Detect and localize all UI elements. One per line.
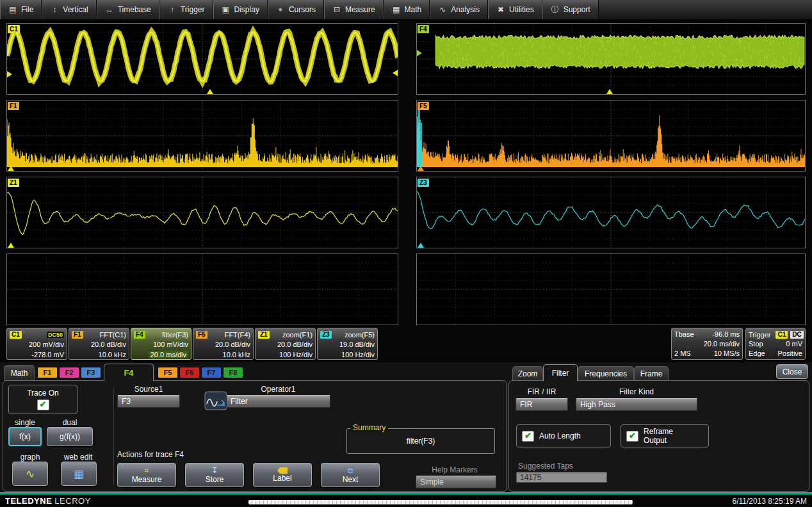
- descriptor-z1[interactable]: Z1zoom(F1) 20.0 dB/div 100 Hz/div: [255, 328, 316, 360]
- menu-vertical[interactable]: ↕Vertical: [42, 0, 96, 19]
- filter-operator-icon[interactable]: [204, 391, 227, 410]
- tab-f8[interactable]: F8: [223, 367, 243, 378]
- math-icon: ▦: [392, 5, 401, 14]
- source1-dropdown[interactable]: F3: [117, 395, 180, 408]
- graph-button[interactable]: ∿: [12, 462, 48, 486]
- menu-display[interactable]: ▣Display: [213, 0, 268, 19]
- tab-zoom[interactable]: Zoom: [512, 366, 543, 381]
- descriptor-offset: 20.0 ms/div: [134, 350, 188, 360]
- trigger-marker[interactable]: [207, 89, 213, 94]
- tab-frequencies[interactable]: Frequencies: [578, 366, 634, 381]
- store-action-icon: ↧: [211, 466, 218, 475]
- trigger-marker[interactable]: [8, 166, 14, 171]
- next-action-button[interactable]: ⧉Next: [321, 463, 380, 487]
- grid-panel-empty-right[interactable]: [416, 254, 806, 325]
- close-button[interactable]: Close: [776, 364, 808, 379]
- descriptor-title: FFT(F4): [210, 331, 250, 339]
- channel-chip-z1[interactable]: Z1: [8, 179, 19, 187]
- operator1-dropdown[interactable]: Filter: [226, 395, 330, 408]
- channel-chip-f1[interactable]: F1: [8, 102, 19, 110]
- tab-f5[interactable]: F5: [158, 367, 178, 378]
- store-action-button[interactable]: ↧Store: [185, 463, 244, 487]
- single-fx-button[interactable]: f(x): [8, 427, 42, 446]
- label-action-button[interactable]: Label: [253, 463, 312, 487]
- analysis-icon: ∿: [438, 5, 447, 14]
- trigger-descriptor[interactable]: TriggerC1DC Stop0 mV EdgePositive: [745, 328, 806, 360]
- grid-panel-f1[interactable]: F1: [6, 100, 398, 172]
- next-action-icon: ⧉: [348, 466, 353, 475]
- brand-logo: TELEDYNELECROY: [5, 496, 91, 506]
- descriptor-z3[interactable]: Z3zoom(F5) 19.0 dB/div 100 Hz/div: [317, 328, 378, 360]
- menu-cursors[interactable]: ⌖Cursors: [268, 0, 324, 19]
- status-bar: TELEDYNELECROY 6/11/2013 8:25:19 AM: [0, 495, 812, 507]
- grid-panel-f5[interactable]: F5: [416, 100, 806, 172]
- menu-label: Display: [234, 5, 259, 14]
- timebase-scale: 20.0 ms/div: [704, 339, 740, 349]
- menu-utilities[interactable]: ✖Utilities: [488, 0, 542, 19]
- tab-filter[interactable]: Filter: [543, 364, 578, 381]
- fir-iir-dropdown[interactable]: FIR: [516, 398, 568, 411]
- channel-chip-z3[interactable]: Z3: [418, 179, 429, 187]
- menu-timebase[interactable]: ↔Timebase: [97, 0, 159, 19]
- menu-support[interactable]: ⓘSupport: [542, 0, 599, 19]
- trigger-marker[interactable]: [417, 50, 422, 56]
- descriptor-scale: 19.0 dB/div: [320, 339, 375, 350]
- descriptor-offset: 100 Hz/div: [320, 350, 375, 360]
- trace-on-checkbox[interactable]: Trace On ✔: [8, 385, 77, 414]
- grid-panel-empty-left[interactable]: [6, 254, 398, 325]
- display-icon: ▣: [222, 5, 231, 14]
- descriptor-chip: C1: [10, 331, 22, 339]
- channel-chip-c1[interactable]: C1: [8, 25, 20, 33]
- single-label: single: [8, 418, 42, 427]
- menu-math[interactable]: ▦Math: [384, 0, 430, 19]
- checkbox-checked-icon: ✔: [522, 431, 534, 442]
- grid-panel-f4[interactable]: F4: [416, 23, 806, 95]
- timebase-descriptor[interactable]: Tbase-96.8 ms 20.0 ms/div 2 MS10 MS/s: [671, 328, 743, 360]
- auto-length-checkbox[interactable]: ✔ Auto Length: [516, 424, 611, 447]
- menu-trigger[interactable]: ↑Trigger: [159, 0, 213, 19]
- trigger-marker[interactable]: [393, 70, 398, 76]
- descriptor-scale: 20.0 dB/div: [196, 339, 250, 350]
- math-dialog: Math F1 F2 F3 F4 F5 F6 F7 F8 Zoom Filter…: [0, 362, 812, 493]
- measure-action-button[interactable]: ⌗Measure: [117, 463, 176, 487]
- trigger-marker[interactable]: [7, 71, 12, 77]
- descriptor-f4[interactable]: F4filter(F3) 100 mV/div 20.0 ms/div: [131, 328, 191, 360]
- descriptor-title: filter(F3): [148, 331, 188, 339]
- tab-f6[interactable]: F6: [179, 367, 200, 378]
- tab-f3[interactable]: F3: [81, 367, 101, 378]
- dual-gfx-button[interactable]: g(f(x)): [47, 427, 93, 446]
- tab-f4[interactable]: F4: [104, 364, 154, 381]
- grid-panel-z1[interactable]: Z1: [6, 177, 398, 248]
- filter-kind-dropdown[interactable]: High Pass: [576, 398, 697, 411]
- trigger-marker[interactable]: [8, 243, 14, 248]
- reframe-output-checkbox[interactable]: ✔ ReframeOutput: [621, 424, 709, 447]
- tab-f7[interactable]: F7: [201, 367, 222, 378]
- tab-f1[interactable]: F1: [37, 367, 58, 378]
- trigger-marker[interactable]: [418, 243, 424, 248]
- descriptor-f5[interactable]: F5FFT(F4) 20.0 dB/div 10.0 kHz: [193, 328, 254, 360]
- descriptor-f1[interactable]: F1FFT(C1) 20.0 dB/div 10.0 kHz: [69, 328, 129, 360]
- web-edit-button[interactable]: ▦: [61, 462, 97, 486]
- trigger-label: Trigger: [749, 331, 770, 339]
- tab-frame[interactable]: Frame: [634, 366, 669, 381]
- summary-box: filter(F3): [346, 428, 495, 454]
- trigger-mode: Stop: [749, 339, 763, 349]
- help-markers-dropdown[interactable]: Simple: [416, 476, 496, 488]
- menu-analysis[interactable]: ∿Analysis: [430, 0, 488, 19]
- descriptor-scale: 200 mV/div: [10, 339, 64, 350]
- menu-file[interactable]: ▤File: [0, 0, 42, 19]
- grid-panel-c1[interactable]: C1: [6, 23, 398, 95]
- trigger-marker[interactable]: [418, 166, 424, 171]
- tab-math[interactable]: Math: [4, 365, 35, 381]
- channel-chip-f4[interactable]: F4: [418, 25, 429, 33]
- menu-measure[interactable]: ⊟Measure: [324, 0, 384, 19]
- channel-chip-f5[interactable]: F5: [418, 102, 429, 110]
- scope-column-right: F4 F5 Z3: [416, 23, 806, 325]
- trigger-marker[interactable]: [606, 89, 613, 94]
- grid-panel-z3[interactable]: Z3: [416, 177, 806, 248]
- tab-f2[interactable]: F2: [59, 367, 79, 378]
- menu-label: Cursors: [289, 5, 316, 14]
- menu-label: Analysis: [451, 5, 480, 14]
- divider: [113, 387, 114, 485]
- descriptor-c1[interactable]: C1DC50 200 mV/div -278.0 mV: [6, 328, 67, 360]
